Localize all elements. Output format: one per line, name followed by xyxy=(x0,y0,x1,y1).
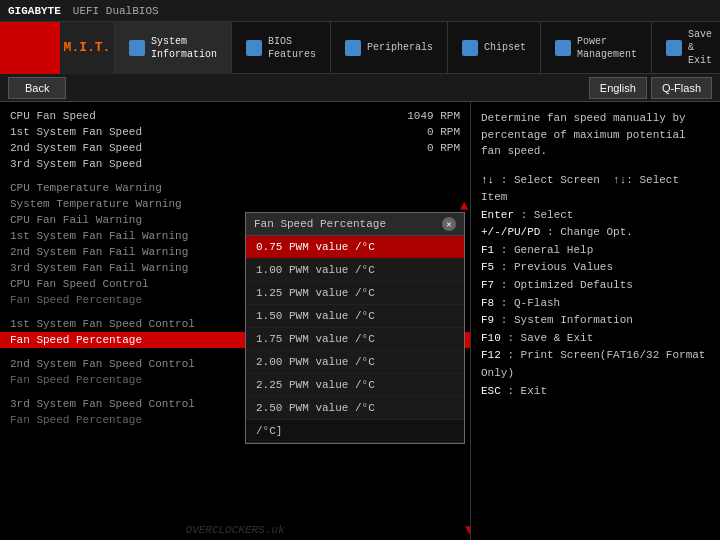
language-button[interactable]: English xyxy=(589,77,647,99)
top-bar: GIGABYTE UEFI DualBIOS xyxy=(0,0,720,22)
shortcut-key-f5: F5 xyxy=(481,261,494,273)
2nd-sys-fan-value: 0 RPM xyxy=(427,142,460,154)
nav-item-power[interactable]: Power Management xyxy=(541,22,652,74)
1st-sys-fan-label: 1st System Fan Speed xyxy=(10,126,142,138)
nav-item-peripherals[interactable]: Peripherals xyxy=(331,22,448,74)
shortcut-pupd: +/-/PU/PD : Change Opt. xyxy=(481,224,710,242)
2nd-sys-fan-ctrl-label: 2nd System Fan Speed Control xyxy=(10,358,195,370)
2nd-sys-fan-label: 2nd System Fan Speed xyxy=(10,142,142,154)
power-icon xyxy=(555,40,571,56)
gigabyte-brand: GIGABYTE xyxy=(8,5,61,17)
second-bar: Back English Q-Flash xyxy=(0,74,720,102)
cpu-fan-speed-row: CPU Fan Speed 1049 RPM xyxy=(0,108,470,124)
shortcut-desc-enter: : Select xyxy=(521,209,574,221)
shortcut-arrows: ↑↓ : Select Screen ↑↓: Select Item xyxy=(481,172,710,207)
shortcut-key-f7: F7 xyxy=(481,279,494,291)
shortcut-f5: F5 : Previous Values xyxy=(481,259,710,277)
shortcut-desc-f8: : Q-Flash xyxy=(501,297,560,309)
shortcut-key-pupd: +/-/PU/PD xyxy=(481,226,540,238)
watermark: OVERCLOCKERS.uk xyxy=(185,524,284,536)
nav-item-system-info[interactable]: System Information xyxy=(115,22,232,74)
nav-item-save[interactable]: Save & Exit xyxy=(652,22,720,74)
fan-speed-pct-label-4: Fan Speed Percentage xyxy=(10,414,142,426)
nav-item-bios-features[interactable]: BIOS Features xyxy=(232,22,331,74)
system-info-icon xyxy=(129,40,145,56)
left-panel: ▲ CPU Fan Speed 1049 RPM 1st System Fan … xyxy=(0,102,470,540)
shortcut-esc: ESC : Exit xyxy=(481,383,710,401)
2nd-sys-fan-row: 2nd System Fan Speed 0 RPM xyxy=(0,140,470,156)
uefi-label: UEFI DualBIOS xyxy=(73,5,159,17)
1st-fan-fail-label: 1st System Fan Fail Warning xyxy=(10,230,188,242)
dropdown-opt-075[interactable]: 0.75 PWM value /°C xyxy=(246,236,464,259)
dropdown-header: Fan Speed Percentage ✕ xyxy=(246,213,464,236)
shortcut-key-enter: Enter xyxy=(481,209,514,221)
shortcut-enter: Enter : Select xyxy=(481,207,710,225)
dropdown-current-value: /°C] xyxy=(246,420,464,443)
shortcut-key-f12: F12 xyxy=(481,349,501,361)
chipset-icon xyxy=(462,40,478,56)
cpu-temp-warn-label: CPU Temperature Warning xyxy=(10,182,162,194)
nav-mit[interactable]: M.I.T. xyxy=(60,22,115,74)
dropdown-opt-250[interactable]: 2.50 PWM value /°C xyxy=(246,397,464,420)
shortcut-key-esc: ESC xyxy=(481,385,501,397)
3rd-fan-fail-label: 3rd System Fan Fail Warning xyxy=(10,262,188,274)
shortcut-f10: F10 : Save & Exit xyxy=(481,330,710,348)
shortcut-desc-f12: : Print Screen(FAT16/32 Format Only) xyxy=(481,349,705,379)
sys-temp-warn-row: System Temperature Warning xyxy=(0,196,470,212)
nav-bar: M.I.T. System Information BIOS Features … xyxy=(0,22,720,74)
1st-sys-fan-ctrl-label: 1st System Fan Speed Control xyxy=(10,318,195,330)
dropdown-opt-200[interactable]: 2.00 PWM value /°C xyxy=(246,351,464,374)
dropdown-opt-100[interactable]: 1.00 PWM value /°C xyxy=(246,259,464,282)
shortcut-f1: F1 : General Help xyxy=(481,242,710,260)
cpu-fan-fail-label: CPU Fan Fail Warning xyxy=(10,214,142,226)
shortcut-f8: F8 : Q-Flash xyxy=(481,295,710,313)
shortcut-key-f10: F10 xyxy=(481,332,501,344)
cpu-fan-ctrl-label: CPU Fan Speed Control xyxy=(10,278,149,290)
shortcut-desc-pupd: : Change Opt. xyxy=(547,226,633,238)
shortcut-desc-esc: : Exit xyxy=(507,385,547,397)
bios-icon xyxy=(246,40,262,56)
help-text: Determine fan speed manually by percenta… xyxy=(481,110,710,160)
shortcut-key-f1: F1 xyxy=(481,244,494,256)
shortcut-desc-f10: : Save & Exit xyxy=(507,332,593,344)
shortcut-key-f8: F8 xyxy=(481,297,494,309)
shortcut-desc-f7: : Optimized Defaults xyxy=(501,279,633,291)
shortcut-key-f9: F9 xyxy=(481,314,494,326)
sys-temp-warn-label: System Temperature Warning xyxy=(10,198,182,210)
shortcut-f9: F9 : System Information xyxy=(481,312,710,330)
fan-speed-dropdown: Fan Speed Percentage ✕ 0.75 PWM value /°… xyxy=(245,212,465,444)
dropdown-close-button[interactable]: ✕ xyxy=(442,217,456,231)
shortcut-desc-f9: : System Information xyxy=(501,314,633,326)
main-content: ▲ CPU Fan Speed 1049 RPM 1st System Fan … xyxy=(0,102,720,540)
shortcut-f12: F12 : Print Screen(FAT16/32 Format Only) xyxy=(481,347,710,382)
shortcut-f7: F7 : Optimized Defaults xyxy=(481,277,710,295)
fan-speed-pct-label-3: Fan Speed Percentage xyxy=(10,374,142,386)
nav-dot xyxy=(0,22,60,74)
fan-speed-pct-selected-label: Fan Speed Percentage xyxy=(10,334,142,346)
dropdown-opt-175[interactable]: 1.75 PWM value /°C xyxy=(246,328,464,351)
shortcut-desc-f1: : General Help xyxy=(501,244,593,256)
3rd-sys-fan-row: 3rd System Fan Speed xyxy=(0,156,470,172)
1st-sys-fan-value: 0 RPM xyxy=(427,126,460,138)
shortcuts-section: ↑↓ : Select Screen ↑↓: Select Item Enter… xyxy=(481,172,710,401)
nav-items: System Information BIOS Features Periphe… xyxy=(115,22,720,74)
cpu-fan-label: CPU Fan Speed xyxy=(10,110,96,122)
dropdown-opt-150[interactable]: 1.50 PWM value /°C xyxy=(246,305,464,328)
3rd-sys-fan-ctrl-label: 3rd System Fan Speed Control xyxy=(10,398,195,410)
shortcut-desc-f5: : Previous Values xyxy=(501,261,613,273)
nav-item-chipset[interactable]: Chipset xyxy=(448,22,541,74)
save-icon xyxy=(666,40,682,56)
cpu-temp-warn-row: CPU Temperature Warning xyxy=(0,180,470,196)
back-button[interactable]: Back xyxy=(8,77,66,99)
shortcut-key-arrows: ↑↓ xyxy=(481,174,494,186)
dropdown-opt-225[interactable]: 2.25 PWM value /°C xyxy=(246,374,464,397)
shortcut-desc-arrows: : Select Screen ↑↓: Select Item xyxy=(481,174,679,204)
1st-sys-fan-row: 1st System Fan Speed 0 RPM xyxy=(0,124,470,140)
dropdown-opt-125[interactable]: 1.25 PWM value /°C xyxy=(246,282,464,305)
qflash-button[interactable]: Q-Flash xyxy=(651,77,712,99)
2nd-fan-fail-label: 2nd System Fan Fail Warning xyxy=(10,246,188,258)
cpu-fan-value: 1049 RPM xyxy=(407,110,460,122)
peripherals-icon xyxy=(345,40,361,56)
down-arrow-icon: ▼ xyxy=(465,522,470,538)
3rd-sys-fan-label: 3rd System Fan Speed xyxy=(10,158,142,170)
